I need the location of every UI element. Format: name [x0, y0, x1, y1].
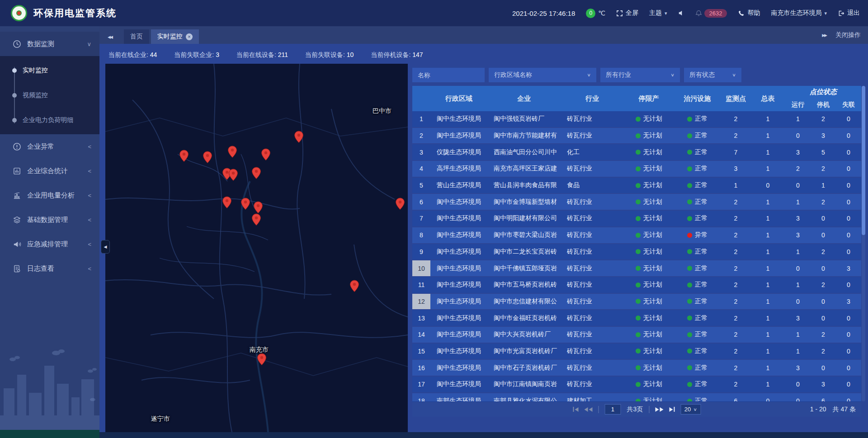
table-row[interactable]: 17阆中生态环境局阆中市江南镇阆南页岩砖瓦行业无计划正常21030 — [412, 377, 861, 392]
sidebar-item-数据监测[interactable]: 数据监测∨ — [0, 32, 99, 56]
table-row[interactable]: 8阆中生态环境局阆中市枣碧大梁山页岩砖瓦行业无计划异常21300 — [412, 227, 861, 243]
map-pin-icon[interactable] — [179, 150, 189, 162]
table-row[interactable]: 1阆中生态环境局阆中强锐页岩砖厂砖瓦行业无计划正常21120 — [412, 111, 861, 127]
map-pin-icon[interactable] — [251, 213, 261, 226]
running-count-cell: 3 — [785, 310, 811, 326]
map-pin-icon[interactable] — [227, 146, 237, 158]
table-row[interactable]: 16阆中生态环境局阆中市石子页岩机砖厂砖瓦行业无计划正常21300 — [412, 360, 861, 376]
sidebar-item-日志查看[interactable]: 日志查看< — [0, 256, 99, 281]
table-row[interactable]: 4高坪生态环境局南充市高坪区王家店建砖瓦行业无计划正常31220 — [412, 161, 861, 177]
pagination-prev-button[interactable] — [584, 407, 592, 412]
running-count-cell: 3 — [785, 360, 811, 376]
tab-首页[interactable]: 首页 — [124, 29, 149, 44]
map-pin-icon[interactable] — [395, 198, 405, 210]
tabs-scroll-right-icon[interactable]: ▶▶ — [822, 33, 826, 38]
sidebar-subitem-实时监控[interactable]: 实时监控 — [0, 58, 99, 83]
company-cell: 阆中市江南镇阆南页岩 — [487, 377, 561, 392]
tab-实时监控[interactable]: 实时监控× — [151, 29, 199, 44]
sidebar-item-企业综合统计[interactable]: 企业综合统计< — [0, 159, 99, 183]
limit-status-cell: 无计划 — [624, 310, 674, 326]
industry-filter-value: 所有行业 — [606, 71, 631, 79]
table-row[interactable]: 14阆中生态环境局阆中大兴页岩机砖厂砖瓦行业无计划正常21120 — [412, 327, 861, 343]
table-row[interactable]: 12阆中生态环境局阆中市忠信建材有限公砖瓦行业无计划正常21003 — [412, 294, 861, 310]
map-pin-icon[interactable] — [251, 167, 261, 179]
notifications-button[interactable]: 2632 — [695, 9, 727, 18]
theme-dropdown[interactable]: 主题 ▾ — [649, 9, 667, 17]
sidebar-item-应急减排管理[interactable]: 应急减排管理< — [0, 232, 99, 256]
pagination-last-button[interactable] — [669, 407, 675, 412]
table-row[interactable]: 10阆中生态环境局阆中千佛镇五郎垭页岩砖瓦行业无计划正常21003 — [412, 260, 861, 276]
page-size-select[interactable]: 20 ∨ — [681, 404, 701, 414]
map-pin-icon[interactable] — [294, 131, 304, 143]
clock-icon — [13, 40, 21, 48]
pagination-next-button[interactable] — [655, 407, 663, 412]
map-pin-icon[interactable] — [228, 169, 238, 181]
running-count-cell: 2 — [785, 161, 811, 177]
region-filter-value: 行政区域名称 — [494, 71, 532, 79]
map-pin-icon[interactable] — [349, 280, 359, 292]
row-number-cell: 15 — [412, 344, 430, 359]
name-filter-input[interactable] — [412, 68, 485, 82]
sidebar-menu: 数据监测∨实时监控视频监控企业电力负荷明细企业异常<企业综合统计<企业用电量分析… — [0, 32, 99, 281]
map-pin-icon[interactable] — [261, 148, 271, 161]
status-filter-select[interactable]: 所有状态 ∨ — [684, 68, 741, 82]
row-number-cell: 1 — [412, 111, 430, 127]
main-content: 当前在线企业: 44当前失联企业: 3当前在线设备: 211当前失联设备: 10… — [99, 44, 868, 438]
facility-status-cell: 正常 — [674, 344, 721, 359]
pagination-bar: 共3页 20 ∨ 1 - 20 共 47 条 — [412, 401, 861, 417]
table-row[interactable]: 6阆中生态环境局阆中市金博瑞新型墙材砖瓦行业无计划正常21120 — [412, 194, 861, 210]
table-scrollbar[interactable] — [862, 86, 865, 401]
table-row[interactable]: 3仪陇生态环境局西南油气田分公司川中化工无计划正常71350 — [412, 144, 861, 160]
table-row[interactable]: 11阆中生态环境局阆中市五马桥页岩机砖砖瓦行业无计划正常21120 — [412, 277, 861, 293]
running-count-cell: 3 — [785, 144, 811, 160]
table-row[interactable]: 5营山生态环境局营山县润丰肉食品有限食品无计划正常10010 — [412, 178, 861, 193]
industry-filter-select[interactable]: 所有行业 ∨ — [600, 68, 680, 82]
status-dot-icon — [636, 299, 641, 304]
help-button[interactable]: 帮助 — [738, 9, 760, 17]
map-pin-icon[interactable] — [222, 196, 232, 209]
map-panel[interactable]: 巴中市南充市遂宁市 ◀ — [105, 64, 408, 432]
sidebar-subitem-视频监控[interactable]: 视频监控 — [0, 83, 99, 108]
status-dot-icon — [687, 382, 692, 387]
sidebar-item-基础数据管理[interactable]: 基础数据管理< — [0, 207, 99, 232]
sidebar-item-label: 企业用电量分析 — [27, 191, 75, 200]
company-cell: 阆中市二龙长宝页岩砖 — [487, 244, 561, 260]
table-row[interactable]: 13阆中生态环境局阆中市金福旺页岩机砖砖瓦行业无计划正常21300 — [412, 310, 861, 326]
table-row[interactable]: 15阆中生态环境局阆中市光富页岩机砖厂砖瓦行业无计划正常21120 — [412, 344, 861, 359]
org-dropdown[interactable]: 南充市生态环境局 ▾ — [771, 9, 827, 17]
map-pin-icon[interactable] — [241, 198, 250, 210]
monitor-count-cell: 2 — [721, 327, 750, 343]
lost-count-cell: 0 — [836, 144, 861, 160]
region-filter-select[interactable]: 行政区域名称 ∨ — [489, 68, 596, 82]
alert-icon — [13, 142, 21, 151]
table-row[interactable]: 2阆中生态环境局阆中市南方节能建材有砖瓦行业无计划正常21030 — [412, 128, 861, 144]
fullscreen-button[interactable]: 全屏 — [616, 9, 638, 17]
map-pin-icon[interactable] — [253, 201, 263, 214]
tab-close-icon[interactable]: × — [186, 33, 193, 40]
table-row[interactable]: 7阆中生态环境局阆中明阳建材有限公司砖瓦行业无计划正常21300 — [412, 211, 861, 226]
sidebar-item-企业异常[interactable]: 企业异常< — [0, 134, 99, 159]
facility-status-cell: 正常 — [674, 144, 721, 160]
close-operations-button[interactable]: 关闭操作 — [835, 31, 861, 39]
sidebar-item-企业用电量分析[interactable]: 企业用电量分析< — [0, 183, 99, 207]
map-pin-icon[interactable] — [203, 151, 212, 164]
map-pin-icon[interactable] — [257, 353, 267, 366]
mute-speaker-icon[interactable] — [678, 10, 684, 16]
row-number-cell: 18 — [412, 393, 430, 401]
region-cell: 阆中生态环境局 — [430, 310, 487, 326]
map-roads-decoration — [105, 64, 408, 432]
table-row[interactable]: 9阆中生态环境局阆中市二龙长宝页岩砖砖瓦行业无计划正常21120 — [412, 244, 861, 260]
pagination-first-button[interactable] — [573, 407, 579, 412]
table-row[interactable]: 18南部生态环境局南部县雅化水泥有限公建材加工无计划正常60060 — [412, 393, 861, 401]
logout-label: 退出 — [847, 9, 860, 17]
name-filter-field[interactable] — [412, 68, 485, 82]
tabs-scroll-left-icon[interactable]: ◀◀ — [108, 35, 112, 39]
stat-label: 当前在线企业: — [108, 51, 150, 58]
sidebar: 数据监测∨实时监控视频监控企业电力负荷明细企业异常<企业综合统计<企业用电量分析… — [0, 26, 99, 438]
pagination-page-input[interactable] — [604, 404, 621, 414]
sidebar-subitem-企业电力负荷明细[interactable]: 企业电力负荷明细 — [0, 108, 99, 132]
map-collapse-button[interactable]: ◀ — [101, 240, 110, 254]
column-header-limit: 停限产 — [624, 86, 674, 111]
logout-button[interactable]: 退出 — [838, 9, 860, 17]
scrollbar-thumb[interactable] — [862, 86, 865, 235]
